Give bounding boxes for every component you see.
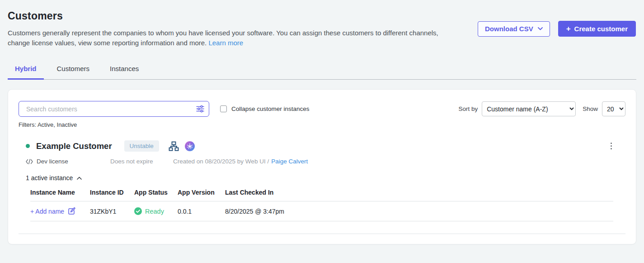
instance-row: + Add name 31ZKbY1	[30, 201, 613, 221]
edit-icon[interactable]	[68, 207, 75, 215]
app-status-cell: Ready	[134, 207, 178, 215]
sort-select[interactable]: Customer name (A-Z)	[482, 101, 576, 116]
instance-id-cell: 31ZKbY1	[90, 208, 134, 215]
page-title: Customers	[8, 0, 636, 22]
filter-sliders-icon[interactable]	[196, 105, 204, 113]
check-circle-icon	[134, 207, 142, 215]
header-actions: Download CSV + Create customer	[478, 21, 636, 37]
license-expiry: Does not expire	[110, 158, 173, 165]
created-info-text: Created on 08/20/2025 by Web UI /	[173, 158, 269, 165]
show-label: Show	[583, 105, 598, 112]
create-customer-label: Create customer	[574, 25, 628, 33]
kebab-menu-icon[interactable]	[609, 141, 614, 152]
channel-badge: Unstable	[124, 140, 159, 152]
instances-summary-label: 1 active instance	[26, 174, 73, 182]
tab-hybrid[interactable]: Hybrid	[8, 65, 44, 80]
col-instance-name: Instance Name	[30, 189, 90, 196]
app-status-label: Ready	[145, 208, 164, 215]
tabs: Hybrid Customers Instances	[8, 65, 636, 80]
customer-block: Example Customer Unstable	[19, 140, 625, 234]
chevron-down-icon	[538, 27, 543, 30]
created-by-link[interactable]: Paige Calvert	[271, 158, 308, 165]
col-instance-id: Instance ID	[90, 189, 134, 196]
license-type: Dev license	[26, 158, 110, 165]
col-app-version: App Version	[178, 189, 225, 196]
sort-by-label: Sort by	[458, 105, 478, 112]
customer-header-row: Example Customer Unstable	[19, 140, 625, 152]
active-status-dot	[26, 144, 30, 148]
collapse-instances-checkbox[interactable]	[220, 105, 227, 112]
search-box	[19, 101, 209, 117]
learn-more-link[interactable]: Learn more	[208, 39, 243, 47]
tab-customers[interactable]: Customers	[50, 65, 97, 80]
instances-table-header: Instance Name Instance ID App Status App…	[30, 189, 613, 201]
instances-toggle[interactable]: 1 active instance	[26, 174, 82, 182]
kubernetes-icon	[185, 141, 195, 151]
instances-table: Instance Name Instance ID App Status App…	[30, 189, 613, 221]
customer-name-link[interactable]: Example Customer	[36, 141, 112, 151]
page-description: Customers generally represent the compan…	[8, 28, 444, 48]
code-icon	[26, 159, 33, 164]
collapse-instances-option: Collapse customer instances	[220, 105, 310, 112]
license-row: Dev license Does not expire Created on 0…	[19, 158, 625, 165]
last-checked-in-cell: 8/20/2025 @ 3:47pm	[225, 208, 613, 215]
add-name-cell: + Add name	[30, 207, 90, 215]
customers-card: Collapse customer instances Sort by Cust…	[8, 89, 636, 244]
license-type-label: Dev license	[37, 158, 68, 165]
collapse-instances-label: Collapse customer instances	[231, 105, 310, 112]
customer-block-divider	[19, 234, 625, 234]
plus-icon: +	[566, 25, 571, 33]
sitemap-icon	[169, 141, 179, 151]
download-csv-label: Download CSV	[485, 25, 533, 33]
show-select[interactable]: 20	[602, 101, 625, 116]
chevron-up-icon	[77, 177, 82, 180]
add-name-link[interactable]: + Add name	[30, 208, 64, 215]
download-csv-button[interactable]: Download CSV	[478, 21, 550, 37]
col-app-status: App Status	[134, 189, 178, 196]
created-info: Created on 08/20/2025 by Web UI /Paige C…	[173, 158, 308, 165]
active-filters-label: Filters: Active, Inactive	[19, 121, 625, 128]
col-last-checked-in: Last Checked In	[225, 189, 613, 196]
tab-instances[interactable]: Instances	[103, 65, 146, 80]
search-input[interactable]	[19, 101, 209, 117]
toolbar: Collapse customer instances Sort by Cust…	[19, 101, 625, 117]
app-version-cell: 0.0.1	[178, 208, 225, 215]
customers-page: Customers Customers generally represent …	[0, 0, 644, 244]
create-customer-button[interactable]: + Create customer	[558, 21, 636, 37]
